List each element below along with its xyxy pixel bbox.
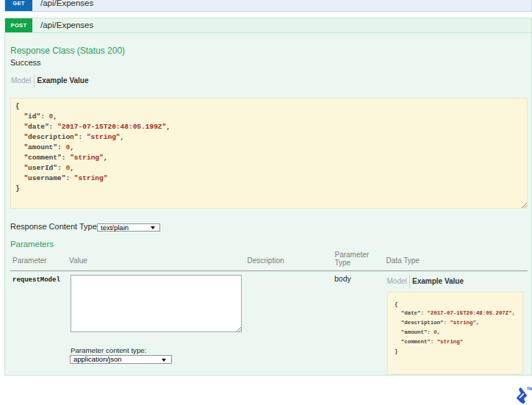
svg-text:TM: TM (527, 387, 532, 391)
